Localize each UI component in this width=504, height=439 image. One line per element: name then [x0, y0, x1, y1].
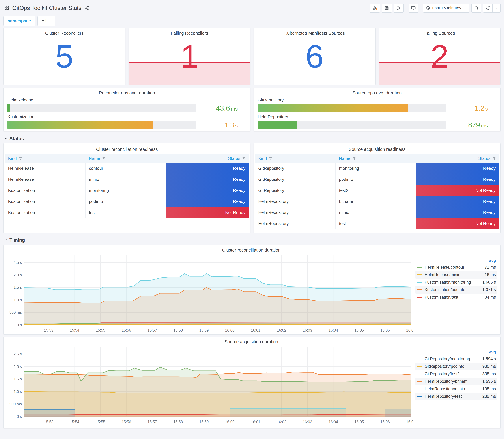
gauge-fill: [8, 104, 10, 112]
column-header-status[interactable]: Status: [166, 154, 249, 163]
series-color-swatch: [417, 267, 422, 268]
legend-item[interactable]: HelmRelease/contour71 ms: [415, 264, 497, 271]
svg-text:2.0 s: 2.0 s: [14, 273, 22, 277]
gauge-panels-row: Reconciler ops avg. duration HelmRelease…: [3, 88, 501, 131]
status-badge: Ready: [416, 174, 499, 185]
svg-text:15:59: 15:59: [199, 328, 209, 332]
panel-title[interactable]: Cluster reconciliation readiness: [5, 144, 249, 152]
column-header-kind[interactable]: Kind: [5, 154, 85, 163]
svg-text:15:56: 15:56: [122, 420, 131, 424]
refresh-interval-dropdown[interactable]: [492, 4, 501, 12]
filter-icon: [269, 157, 272, 160]
gauge-row-helmrepository: HelmRepository 879ms: [258, 114, 496, 129]
svg-text:15:58: 15:58: [173, 420, 183, 424]
legend-avg-header[interactable]: avg: [415, 258, 497, 263]
series-name: GitRepository/monitoring: [425, 356, 482, 361]
series-avg-value: 108 ms: [482, 387, 496, 391]
timeseries-plot[interactable]: 0 s500 ms1.0 s1.5 s2.0 s2.5 s15:5315:541…: [4, 345, 415, 426]
section-header-status[interactable]: Status: [4, 136, 501, 142]
refresh-dashboard-button[interactable]: [483, 4, 492, 12]
series-color-swatch: [417, 374, 422, 374]
cell-kind: HelmRepository: [255, 218, 335, 229]
table-row: HelmRepositorytestNot Ready: [255, 218, 499, 229]
svg-text:16:01: 16:01: [251, 420, 260, 424]
save-icon: [384, 6, 389, 10]
add-panel-icon: [372, 6, 377, 11]
series-color-swatch: [417, 366, 422, 367]
svg-text:16:05: 16:05: [354, 328, 364, 332]
column-header-name[interactable]: Name: [85, 154, 166, 163]
gauge-fill: [258, 121, 297, 129]
svg-text:0 s: 0 s: [17, 323, 22, 327]
cell-name: test: [85, 207, 166, 218]
svg-text:15:53: 15:53: [44, 328, 54, 332]
legend-item[interactable]: HelmRepository/bitnami1.695 s: [415, 378, 497, 385]
panel-title[interactable]: Cluster reconciliation duration: [4, 248, 498, 253]
panel-title[interactable]: Source acquisition duration: [4, 339, 498, 344]
svg-text:16:05: 16:05: [354, 420, 364, 424]
table-row: KustomizationpodinfoReady: [5, 196, 249, 207]
zoom-out-time-button[interactable]: [471, 4, 481, 12]
svg-text:1.5 s: 1.5 s: [14, 285, 22, 290]
svg-text:16:06: 16:06: [380, 420, 390, 424]
legend-item[interactable]: GitRepository/podinfo980 ms: [415, 363, 497, 370]
cycle-view-mode-button[interactable]: [408, 4, 418, 12]
series-name: Kustomization/test: [425, 295, 485, 300]
page-title: GitOps Toolkit Cluster Stats: [12, 5, 81, 11]
time-range-picker[interactable]: Last 15 minutes: [423, 4, 469, 12]
status-badge: Ready: [166, 196, 249, 207]
legend-avg-header[interactable]: avg: [415, 350, 497, 354]
save-dashboard-button[interactable]: [382, 4, 392, 12]
series-avg-value: 1.695 s: [482, 379, 496, 384]
series-avg-value: 84 ms: [485, 295, 496, 300]
readiness-table: Kind Name Status HelmReleasecontourReady…: [5, 154, 249, 218]
variable-namespace-select[interactable]: All: [37, 16, 55, 26]
section-header-timing[interactable]: Timing: [4, 237, 501, 243]
legend-item[interactable]: HelmRepository/minio108 ms: [415, 385, 497, 393]
dashboard-settings-button[interactable]: [394, 4, 404, 12]
series-avg-value: 289 ms: [482, 394, 496, 399]
svg-text:16:01: 16:01: [251, 328, 260, 332]
legend-item[interactable]: Kustomization/test84 ms: [415, 293, 497, 301]
svg-text:16:00: 16:00: [225, 328, 234, 332]
panel-title[interactable]: Source acquisition readiness: [255, 144, 499, 152]
series-color-swatch: [417, 396, 422, 397]
legend-item[interactable]: GitRepository/test2338 ms: [415, 370, 497, 378]
status-badge: Not Ready: [416, 218, 499, 229]
legend-item[interactable]: Kustomization/podinfo1.071 s: [415, 286, 497, 293]
table-row: KustomizationmonitoringReady: [5, 185, 249, 196]
cell-kind: Kustomization: [5, 185, 85, 196]
column-header-name[interactable]: Name: [335, 154, 416, 163]
panel-title[interactable]: Reconciler ops avg. duration: [8, 88, 246, 96]
legend-item[interactable]: Kustomization/monitoring1.605 s: [415, 279, 497, 286]
legend-item[interactable]: HelmRepository/test289 ms: [415, 393, 497, 400]
series-name: GitRepository/podinfo: [425, 364, 482, 369]
gauge-fill: [8, 121, 153, 129]
panel-title[interactable]: Source ops avg. duration: [258, 88, 496, 96]
series-name: Kustomization/monitoring: [425, 280, 482, 285]
gauge-value: 879ms: [446, 121, 496, 129]
share-icon[interactable]: [85, 5, 89, 11]
timeseries-plot[interactable]: 0 s500 ms1.0 s1.5 s2.0 s2.5 s15:5315:541…: [4, 253, 415, 334]
table-row: GitRepositorytest2Not Ready: [255, 185, 499, 196]
column-header-kind[interactable]: Kind: [255, 154, 335, 163]
add-panel-button[interactable]: [370, 4, 380, 12]
series-color-swatch: [417, 274, 422, 275]
column-header-status[interactable]: Status: [416, 154, 499, 163]
legend-item[interactable]: GitRepository/monitoring1.594 s: [415, 355, 497, 363]
series-color-swatch: [417, 359, 422, 359]
gauge-row-gitrepository: GitRepository 1.2s: [258, 98, 496, 112]
monitor-icon: [411, 6, 416, 11]
legend-item[interactable]: HelmRelease/minio16 ms: [415, 271, 497, 279]
filter-icon: [492, 157, 496, 160]
stat-value: 1: [129, 28, 250, 85]
cell-kind: Kustomization: [5, 196, 85, 207]
svg-text:16:02: 16:02: [277, 328, 286, 332]
status-badge: Ready: [166, 174, 249, 185]
table-row: GitRepositorypodinfoReady: [255, 174, 499, 185]
cell-name: contour: [85, 163, 166, 174]
cell-name: test: [335, 218, 416, 229]
apps-grid-icon[interactable]: [4, 5, 9, 11]
filter-icon: [102, 157, 106, 160]
table-row: HelmReleasecontourReady: [5, 163, 249, 174]
